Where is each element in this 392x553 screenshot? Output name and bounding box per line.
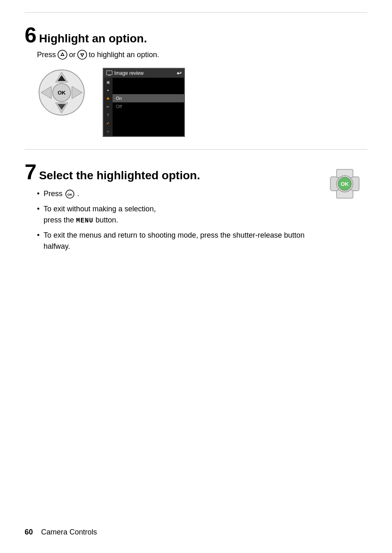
bullet-list: Press OK . To exit without making a sele…	[37, 188, 322, 252]
menu-icon-7: ≈	[105, 129, 111, 134]
section-divider	[25, 149, 367, 150]
menu-word: MENU	[76, 217, 93, 224]
menu-header-text: Image review	[114, 70, 143, 76]
menu-item-off: Off	[113, 102, 184, 111]
section-6-heading: 6 Highlight an option.	[25, 24, 367, 46]
bullet-2-text2: button.	[93, 216, 118, 224]
svg-point-2	[62, 54, 63, 56]
section-7-title-area: 7 Select the highlighted option. Press O…	[25, 161, 322, 256]
section-6-content: OK Image review	[37, 68, 367, 137]
section-6: 6 Highlight an option. Press or to highl…	[25, 24, 367, 137]
section-6-number: 6	[25, 24, 37, 46]
menu-back-icon: ↩	[177, 70, 182, 76]
section-7-title: Select the highlighted option.	[39, 169, 200, 182]
section-6-title: Highlight an option.	[39, 32, 147, 45]
bullet-1-period: .	[77, 190, 79, 198]
top-divider	[25, 12, 367, 13]
menu-icon-3: ✱	[105, 96, 111, 102]
menu-sidebar: ▣ ✦ ✱ ✏ †	[104, 78, 184, 136]
subtitle-press: Press	[37, 51, 56, 59]
menu-items-col: On Off	[113, 78, 184, 136]
subtitle-or: or	[69, 51, 76, 59]
menu-item-empty-3	[113, 111, 184, 119]
menu-icon-4: ✏	[105, 104, 111, 110]
menu-item-empty-1	[113, 78, 184, 86]
svg-rect-11	[106, 71, 112, 75]
page-number: 60	[25, 528, 33, 537]
up-nav-icon	[58, 50, 67, 60]
dpad-svg: OK	[37, 68, 86, 117]
menu-header-left: Image review	[106, 70, 143, 76]
ok-icon-inline: OK	[65, 190, 74, 199]
menu-screen-icon	[106, 70, 113, 76]
svg-text:OK: OK	[67, 193, 72, 197]
svg-text:OK: OK	[58, 90, 66, 96]
bullet-2: To exit without making a selection,press…	[37, 204, 322, 226]
menu-icon-6: ✔	[105, 120, 111, 126]
svg-rect-12	[108, 75, 111, 76]
page-chapter: Camera Controls	[41, 528, 97, 537]
down-nav-icon	[77, 50, 87, 60]
ok-dpad-svg: OK	[322, 161, 367, 206]
bullet-3: To exit the menus and return to shooting…	[37, 230, 322, 252]
menu-item-empty-4	[113, 119, 184, 127]
svg-point-5	[81, 54, 83, 56]
bullet-1-press: Press	[44, 190, 65, 198]
menu-icons-col: ▣ ✦ ✱ ✏ †	[104, 78, 113, 136]
menu-item-on: On	[113, 94, 184, 102]
section-7: 7 Select the highlighted option. Press O…	[25, 161, 367, 256]
menu-screenshot: Image review ↩ ▣ ✦ ✱	[103, 68, 185, 137]
page-container: 6 Highlight an option. Press or to highl…	[0, 0, 392, 553]
section-7-heading: 7 Select the highlighted option.	[25, 161, 322, 183]
menu-icon-1: ▣	[105, 79, 111, 85]
section-7-header: 7 Select the highlighted option. Press O…	[25, 161, 367, 256]
page-footer: 60 Camera Controls	[25, 528, 367, 537]
svg-text:OK: OK	[341, 181, 349, 187]
subtitle-suffix: to highlight an option.	[89, 51, 159, 59]
ok-button-illustration: OK	[322, 161, 367, 208]
menu-item-empty-2	[113, 86, 184, 94]
menu-header: Image review ↩	[104, 69, 184, 78]
menu-icon-2: ✦	[105, 88, 111, 93]
bullet-1: Press OK .	[37, 188, 322, 199]
dpad-illustration: OK	[37, 68, 86, 117]
section-6-subtitle: Press or to highlight an option.	[37, 50, 367, 60]
menu-icon-5: †	[105, 112, 111, 118]
section-7-number: 7	[25, 161, 37, 183]
